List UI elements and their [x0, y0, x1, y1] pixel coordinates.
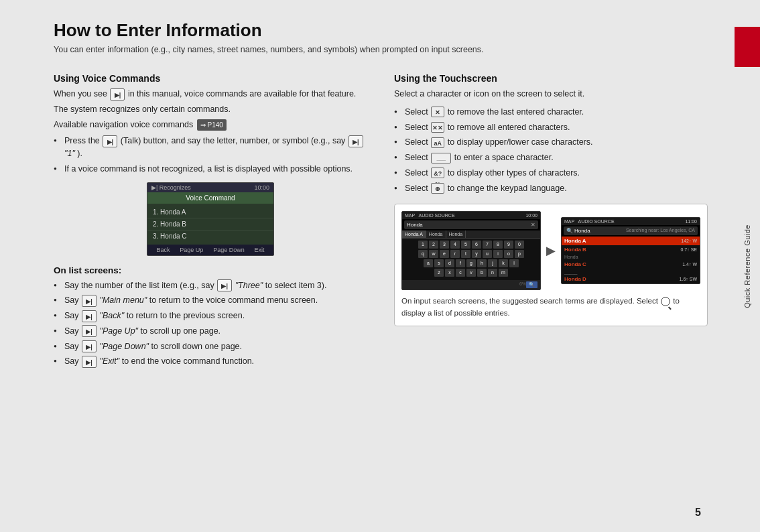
- voice-icon-inline: ▶|: [110, 88, 125, 101]
- search-icon-right: 🔍: [566, 228, 573, 234]
- list-bullet-3: Say ▶| "Back" to return to the previous …: [54, 310, 367, 322]
- touchscreen-bullets: Select ✕ to remove the last entered char…: [394, 106, 708, 195]
- screen-right-topbar: MAP AUDIO SOURCE 11:00: [562, 218, 700, 225]
- screen-left: MAP AUDIO SOURCE 10:00 Honda ✕ Honda A H…: [401, 211, 541, 290]
- main-content: How to Enter Information You can enter i…: [0, 0, 735, 532]
- voice-intro-para: When you see ▶| in this manual, voice co…: [54, 88, 367, 101]
- list-bullet-2: Say ▶| "Main menu" to return to the voic…: [54, 294, 367, 307]
- result-divider: Honda: [564, 255, 578, 259]
- list-bullet-1-quote: "Three": [235, 281, 263, 290]
- talk-icon: ▶|: [103, 135, 117, 147]
- result-row-2: Honda B 0.7↑ SE: [562, 245, 700, 254]
- key-3: 3: [440, 241, 449, 249]
- key-6: 6: [472, 241, 481, 249]
- screen-right: MAP AUDIO SOURCE 11:00 🔍 Honda Searching…: [561, 217, 700, 284]
- list-bullet-1: Say the number of the list item (e.g., s…: [54, 279, 367, 292]
- screen-right-subtitle: Searching near: Los Angeles, CA: [626, 228, 695, 234]
- screen-left-search: Honda ✕: [404, 220, 538, 229]
- touch-bullet-4: Select ___ to enter a space character.: [394, 151, 708, 164]
- result-name-4: Honda C: [564, 261, 586, 267]
- touchscreen-intro: Select a character or icon on the screen…: [394, 88, 708, 101]
- list-bullet-5: Say ▶| "Page Down" to scroll down one pa…: [54, 340, 367, 353]
- clear-all-icon: ✕✕: [431, 122, 444, 133]
- case-icon: aA: [431, 137, 444, 148]
- key-l: l: [509, 259, 519, 267]
- result-dist-2: 0.7↑ SE: [680, 247, 697, 252]
- voice-icon-6: ▶|: [82, 325, 97, 337]
- tab-honda: Honda: [426, 230, 446, 238]
- screenshot-caption: On input search screens, the suggested s…: [401, 295, 700, 319]
- touch-bullet-5: Select &?% to display other types of cha…: [394, 167, 708, 180]
- screen-left-bottom: 6% 🔍: [402, 280, 540, 289]
- result-dist-6: 1.6↑ SW: [680, 277, 697, 281]
- caption-text-1: On input search screens, the suggested s…: [401, 297, 658, 305]
- key-1: 1: [418, 241, 428, 249]
- key-7: 7: [483, 241, 492, 249]
- page-number: 5: [695, 507, 701, 519]
- vc-list: 1. Honda A 2. Honda B 3. Honda C: [147, 204, 273, 245]
- list-bullet-3-quote: "Back": [100, 311, 125, 320]
- voice-bullet-2: If a voice command is not recognized, a …: [54, 163, 367, 176]
- list-screens-heading: On list screens:: [54, 265, 367, 275]
- key-m: m: [499, 269, 508, 277]
- result-row-5: _____: [562, 269, 700, 275]
- page-title: How to Enter Information: [54, 20, 708, 41]
- voice-intro-text: When you see: [54, 89, 107, 98]
- result-name-2: Honda B: [564, 247, 586, 253]
- space-icon: ___: [431, 153, 451, 163]
- page-subtitle: You can enter information (e.g., city na…: [54, 45, 708, 54]
- key-a: a: [424, 259, 433, 267]
- screen-right-search-text: Honda: [574, 228, 590, 234]
- right-column: Using the Touchscreen Select a character…: [394, 73, 708, 372]
- result-row-1: Honda A 142↑ W: [562, 237, 700, 245]
- screen-left-search-text: Honda: [407, 222, 423, 228]
- result-name-1: Honda A: [564, 238, 586, 244]
- key-b: b: [477, 269, 487, 277]
- voice-available-text: Available navigation voice commands: [54, 120, 193, 129]
- key-row-4: z x c v b n m: [403, 269, 539, 277]
- key-f: f: [456, 259, 465, 267]
- vc-btn-pagedown: Page Down: [213, 247, 245, 253]
- key-5: 5: [461, 241, 470, 249]
- touch-bullet-2: Select ✕✕ to remove all entered characte…: [394, 121, 708, 134]
- key-e: e: [440, 250, 449, 258]
- key-v: v: [466, 269, 476, 277]
- vc-screenshot: ▶| Recognizes 10:00 Voice Command 1. Hon…: [147, 182, 274, 256]
- key-row-1: 1 2 3 4 5 6 7 8 9 0: [403, 241, 539, 249]
- screen-right-time: 11:00: [685, 219, 697, 224]
- voice-icon-5: ▶|: [82, 310, 97, 322]
- result-row-3: Honda: [562, 254, 700, 260]
- screen-right-search-content: 🔍 Honda: [566, 228, 590, 234]
- screen-keyboard: 1 2 3 4 5 6 7 8 9 0: [402, 239, 540, 280]
- key-z: z: [434, 269, 444, 277]
- key-h: h: [477, 259, 487, 267]
- key-2: 2: [429, 241, 438, 249]
- vc-item-1: 1. Honda A: [147, 206, 273, 218]
- list-bullet-2-quote: "Main menu": [100, 295, 147, 305]
- list-screens-bullets: Say the number of the list item (e.g., s…: [54, 279, 367, 369]
- list-bullet-5-quote: "Page Down": [100, 342, 149, 351]
- result-divider-2: _____: [564, 269, 577, 274]
- select-label-3: Select: [405, 137, 430, 147]
- vc-bottom-bar: Back Page Up Page Down Exit: [147, 245, 273, 255]
- screen-left-tabs: MAP AUDIO SOURCE: [405, 213, 455, 218]
- vc-item-2: 2. Honda B: [147, 218, 273, 230]
- key-k: k: [499, 259, 508, 267]
- touchscreen-heading: Using the Touchscreen: [394, 73, 708, 84]
- voice-icon-4: ▶|: [82, 295, 97, 307]
- voice-available-para: Available navigation voice commands P140: [54, 119, 367, 131]
- tab-honda-2: Honda: [446, 230, 466, 238]
- screen-right-tabs: MAP AUDIO SOURCE: [564, 219, 615, 224]
- screen-left-topbar: MAP AUDIO SOURCE 10:00: [402, 212, 540, 219]
- vc-header: Voice Command: [147, 192, 273, 204]
- key-8: 8: [493, 241, 503, 249]
- key-t: t: [461, 250, 470, 258]
- touch-bullet-3: Select aA to display upper/lower case ch…: [394, 136, 708, 149]
- voice-bullet1-quote: "1": [64, 149, 75, 158]
- key-g: g: [466, 259, 476, 267]
- key-s: s: [434, 259, 444, 267]
- list-screens-section: On list screens: Say the number of the l…: [54, 265, 367, 369]
- key-9: 9: [504, 241, 513, 249]
- key-q: q: [418, 250, 428, 258]
- vc-btn-back: Back: [156, 247, 170, 253]
